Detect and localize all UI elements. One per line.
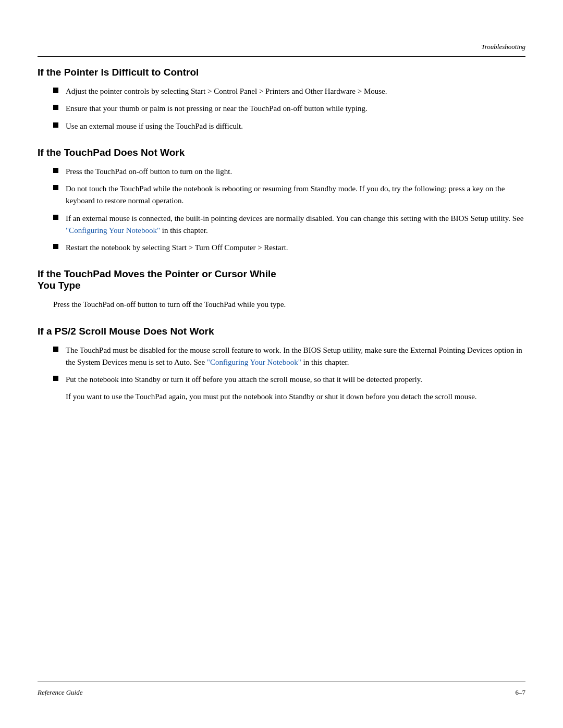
page: Troubleshooting If the Pointer Is Diffic… [0, 0, 563, 728]
list-item: The TouchPad must be disabled for the mo… [38, 344, 525, 369]
list-item: Press the TouchPad on-off button to turn… [38, 166, 525, 178]
heading-touchpad-moves: If the TouchPad Moves the Pointer or Cur… [38, 268, 525, 291]
bullet-text: Restart the notebook by selecting Start … [66, 242, 525, 254]
para-ps2-scroll: If you want to use the TouchPad again, y… [38, 391, 525, 403]
list-item: Do not touch the TouchPad while the note… [38, 183, 525, 207]
list-item: Adjust the pointer controls by selecting… [38, 85, 525, 97]
footer-left: Reference Guide [38, 688, 83, 697]
footer-right: 6–7 [516, 688, 526, 697]
bullet-icon [53, 88, 58, 93]
heading-touchpad-not-work: If the TouchPad Does Not Work [38, 147, 525, 158]
bullet-icon [53, 122, 58, 128]
list-ps2-scroll: The TouchPad must be disabled for the mo… [38, 344, 525, 386]
link-configuring-notebook-1[interactable]: "Configuring Your Notebook" [66, 226, 160, 235]
bullet-text: If an external mouse is connected, the b… [66, 213, 525, 237]
bullet-text: Adjust the pointer controls by selecting… [66, 85, 525, 97]
heading-ps2-scroll: If a PS/2 Scroll Mouse Does Not Work [38, 326, 525, 337]
list-touchpad-not-work: Press the TouchPad on-off button to turn… [38, 166, 525, 254]
bullet-text: Ensure that your thumb or palm is not pr… [66, 103, 525, 115]
bullet-text: Use an external mouse if using the Touch… [66, 120, 525, 132]
bullet-icon [53, 215, 58, 220]
list-item: Ensure that your thumb or palm is not pr… [38, 103, 525, 115]
bullet-icon [53, 168, 58, 173]
bullet-icon [53, 376, 58, 381]
link-configuring-notebook-2[interactable]: "Configuring Your Notebook" [207, 358, 301, 366]
bullet-icon [53, 105, 58, 110]
list-pointer-difficult: Adjust the pointer controls by selecting… [38, 85, 525, 132]
header-text: Troubleshooting [481, 43, 525, 51]
footer-rule [38, 682, 525, 682]
list-item: Use an external mouse if using the Touch… [38, 120, 525, 132]
bullet-text: Press the TouchPad on-off button to turn… [66, 166, 525, 178]
bullet-icon [53, 185, 58, 190]
bullet-text: Put the notebook into Standby or turn it… [66, 374, 525, 386]
header-rule [38, 56, 525, 57]
content: If the Pointer Is Difficult to Control A… [38, 67, 525, 665]
bullet-icon [53, 347, 58, 352]
heading-pointer-difficult: If the Pointer Is Difficult to Control [38, 67, 525, 78]
list-item: Put the notebook into Standby or turn it… [38, 374, 525, 386]
bullet-text: Do not touch the TouchPad while the note… [66, 183, 525, 207]
bullet-text: The TouchPad must be disabled for the mo… [66, 344, 525, 369]
list-item: Restart the notebook by selecting Start … [38, 242, 525, 254]
para-touchpad-moves: Press the TouchPad on-off button to turn… [38, 299, 525, 311]
list-item: If an external mouse is connected, the b… [38, 213, 525, 237]
bullet-icon [53, 244, 58, 249]
